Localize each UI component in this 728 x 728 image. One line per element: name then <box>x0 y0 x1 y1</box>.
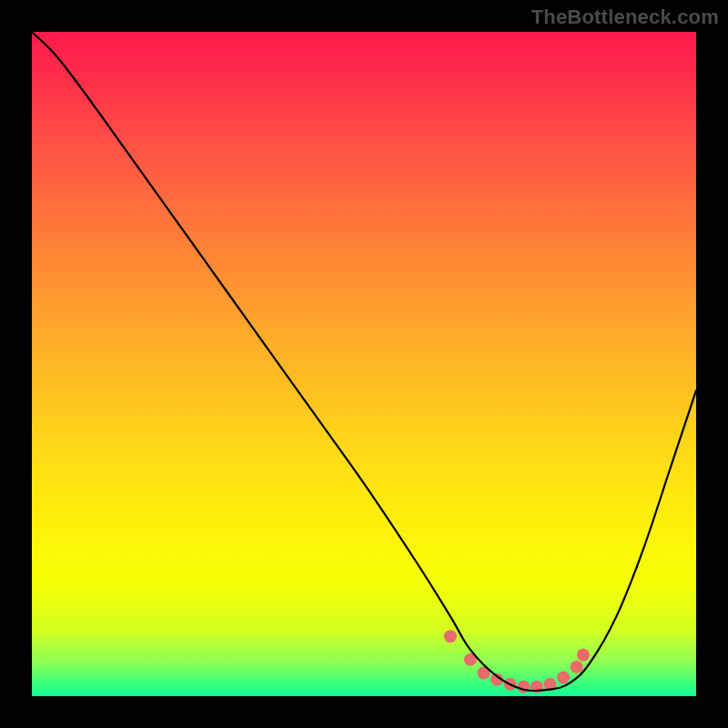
curve-layer <box>32 32 696 696</box>
plot-area <box>32 32 696 696</box>
optimal-marker <box>577 649 590 662</box>
watermark-text: TheBottleneck.com <box>531 5 719 29</box>
optimal-marker <box>444 630 457 642</box>
optimal-marker <box>571 661 583 673</box>
optimal-marker <box>557 672 570 684</box>
bottleneck-curve <box>32 32 696 691</box>
chart-container: TheBottleneck.com <box>0 0 728 728</box>
